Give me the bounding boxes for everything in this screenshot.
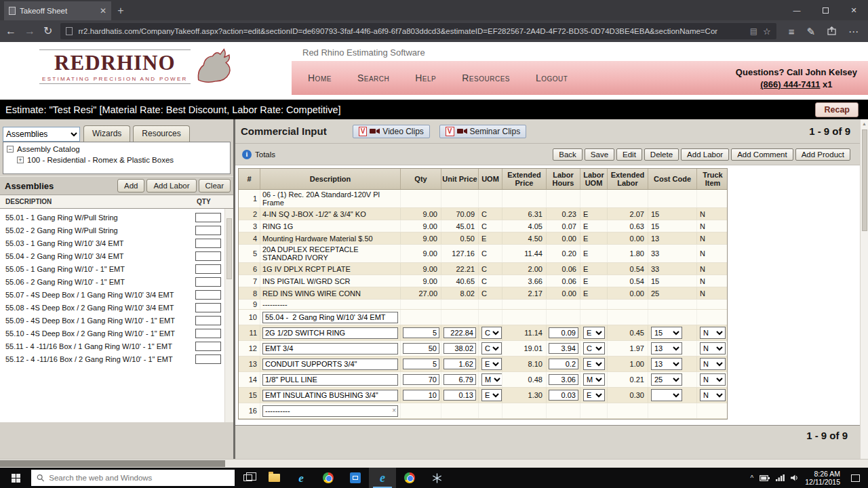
network-icon[interactable] <box>776 474 785 481</box>
taskbar-app-snowflake[interactable] <box>423 468 450 488</box>
collapse-icon[interactable]: − <box>7 146 14 152</box>
battery-icon[interactable] <box>760 475 770 481</box>
new-tab-button[interactable]: + <box>111 1 130 20</box>
assemblies-action-button[interactable]: Clear <box>199 179 231 192</box>
table-row[interactable]: 6 1G IV DPLX RCPT PLATE × <box>239 263 727 275</box>
refresh-icon[interactable]: ↻ <box>43 26 52 37</box>
grid-action-button[interactable]: Back <box>553 148 583 161</box>
cost-code-select[interactable]: 15 <box>651 327 682 339</box>
start-button[interactable] <box>0 468 31 488</box>
assemblies-action-button[interactable]: Add <box>117 179 144 192</box>
uom-select[interactable]: E <box>481 389 502 401</box>
uom-select[interactable]: C <box>481 342 502 354</box>
assembly-list-item[interactable]: 55.12 - 4 -11/16 Box / 2 Gang Ring W/10'… <box>0 352 233 365</box>
tab-close-icon[interactable]: ✕ <box>100 6 106 16</box>
grid-action-button[interactable]: Delete <box>644 148 679 161</box>
unit-price-input[interactable] <box>443 359 476 369</box>
taskbar-app-edge-active[interactable]: e <box>369 468 396 488</box>
tray-chevron-icon[interactable]: ^ <box>751 474 754 482</box>
labor-hours-input[interactable] <box>549 359 578 369</box>
assembly-qty-input[interactable] <box>195 329 221 338</box>
tree-node-category[interactable]: + 100 - Residential - Romex & Plastic Bo… <box>17 156 226 164</box>
table-row[interactable]: 9 ---------- × <box>239 300 727 310</box>
maximize-button[interactable] <box>811 0 840 20</box>
table-row[interactable]: 13 CONDUIT SUPPORTS 3/4" × <box>239 357 727 372</box>
qty-input[interactable] <box>403 359 439 369</box>
scrollbar-thumb[interactable] <box>862 129 867 231</box>
assembly-list-item[interactable]: 55.04 - 2 Gang Ring W/10' 3/4 EMT <box>0 249 233 262</box>
table-row[interactable]: 14 1/8" PULL LINE × <box>239 372 727 388</box>
description-input[interactable] <box>262 343 398 354</box>
table-row[interactable]: 11 2G 1/2D SWITCH RING × <box>239 325 727 341</box>
cost-code-select[interactable]: 25 <box>651 373 682 386</box>
grid-action-button[interactable]: Add Comment <box>731 148 793 161</box>
taskbar-app-blue-tile[interactable] <box>342 468 369 488</box>
cost-code-select[interactable]: 13 <box>651 342 682 354</box>
labor-uom-select[interactable]: M <box>583 373 605 386</box>
nav-item[interactable]: Help <box>415 73 436 83</box>
assembly-qty-input[interactable] <box>195 290 221 300</box>
assembly-qty-input[interactable] <box>195 213 221 222</box>
labor-uom-select[interactable]: E <box>583 358 605 370</box>
table-row[interactable]: 1 06 - (1) Rec. 20A Standard-120V Pl Fra… <box>239 190 727 208</box>
table-row[interactable]: 10 55.04 - 2 Gang Ring W/10' 3/4 EMT × <box>239 310 727 325</box>
table-row[interactable]: 8 RED INS WING WIRE CONN × <box>239 287 727 300</box>
table-row[interactable]: 3 RING 1G × 9.00 <box>239 220 727 232</box>
nav-item[interactable]: Resources <box>462 73 510 83</box>
assembly-list-item[interactable]: 55.11 - 4 -11/16 Box / 1 Gang Ring W/10'… <box>0 340 233 352</box>
truck-item-select[interactable]: N <box>700 389 726 401</box>
grid-action-button[interactable]: Add Labor <box>681 148 729 161</box>
taskbar-app-file-explorer[interactable] <box>260 468 288 488</box>
unit-price-input[interactable] <box>443 390 476 401</box>
close-button[interactable]: ✕ <box>840 0 868 20</box>
truck-item-select[interactable]: N <box>700 373 726 386</box>
truck-item-select[interactable]: N <box>700 358 726 370</box>
truck-item-select[interactable]: N <box>700 327 726 339</box>
taskbar-app-internet-explorer[interactable]: e <box>288 468 315 488</box>
uom-select[interactable]: E <box>481 358 502 370</box>
more-actions-icon[interactable]: ⋯ <box>848 26 859 37</box>
taskbar-app-chrome[interactable] <box>315 468 342 488</box>
truck-item-select[interactable]: N <box>700 342 726 354</box>
labor-uom-select[interactable]: E <box>583 327 605 339</box>
table-row[interactable]: 7 INS PIGTAIL W/GRD SCR × <box>239 275 727 287</box>
cost-code-select[interactable]: 13 <box>651 358 682 370</box>
favorite-star-icon[interactable]: ☆ <box>763 26 771 37</box>
browser-tab[interactable]: Takeoff Sheet ✕ <box>4 1 111 20</box>
labor-hours-input[interactable] <box>549 343 578 354</box>
assembly-list-item[interactable]: 55.10 - 4S Deep Box / 2 Gang Ring W/10' … <box>0 327 233 340</box>
grid-action-button[interactable]: Save <box>585 148 614 161</box>
description-input[interactable] <box>262 312 398 323</box>
assembly-qty-input[interactable] <box>195 342 221 351</box>
assembly-list-item[interactable]: 55.05 - 1 Gang Ring W/10' - 1" EMT <box>0 262 233 275</box>
labor-uom-select[interactable]: E <box>583 389 605 401</box>
taskbar-search[interactable] <box>31 470 235 486</box>
taskbar-app-browser-circle[interactable] <box>396 468 423 488</box>
assembly-qty-input[interactable] <box>195 303 221 312</box>
qty-input[interactable] <box>403 374 439 385</box>
clear-icon[interactable]: × <box>392 407 396 415</box>
cost-code-select[interactable] <box>651 389 682 401</box>
table-row[interactable]: 16 ---------- × <box>239 403 727 419</box>
expand-icon[interactable]: + <box>17 157 24 163</box>
assembly-qty-input[interactable] <box>195 251 221 261</box>
qty-input[interactable] <box>403 390 439 401</box>
back-icon[interactable]: ← <box>5 26 16 37</box>
forward-icon[interactable]: → <box>24 26 35 37</box>
unit-price-input[interactable] <box>443 374 476 385</box>
assembly-list-item[interactable]: 55.02 - 2 Gang Ring W/Pull String <box>0 224 233 237</box>
vertical-scrollbar[interactable]: ▲ <box>860 119 868 459</box>
assembly-qty-input[interactable] <box>195 264 221 274</box>
mode-select[interactable]: Assemblies <box>3 127 80 142</box>
video-clips-button[interactable]: V Video Clips <box>353 125 430 138</box>
web-note-icon[interactable]: ✎ <box>806 26 815 37</box>
assembly-list-item[interactable]: 55.09 - 4S Deep Box / 1 Gang Ring W/10' … <box>0 314 233 327</box>
labor-hours-input[interactable] <box>549 327 578 338</box>
hub-icon[interactable]: ≡ <box>789 26 795 37</box>
description-input[interactable] <box>262 359 398 370</box>
table-row[interactable]: 15 EMT INSULATING BUSHING 3/4" × <box>239 388 727 403</box>
qty-input[interactable] <box>403 327 439 338</box>
qty-input[interactable] <box>403 343 439 354</box>
assembly-list-item[interactable]: 55.01 - 1 Gang Ring W/Pull String <box>0 211 233 224</box>
assembly-list-item[interactable]: 55.03 - 1 Gang Ring W/10' 3/4 EMT <box>0 237 233 249</box>
